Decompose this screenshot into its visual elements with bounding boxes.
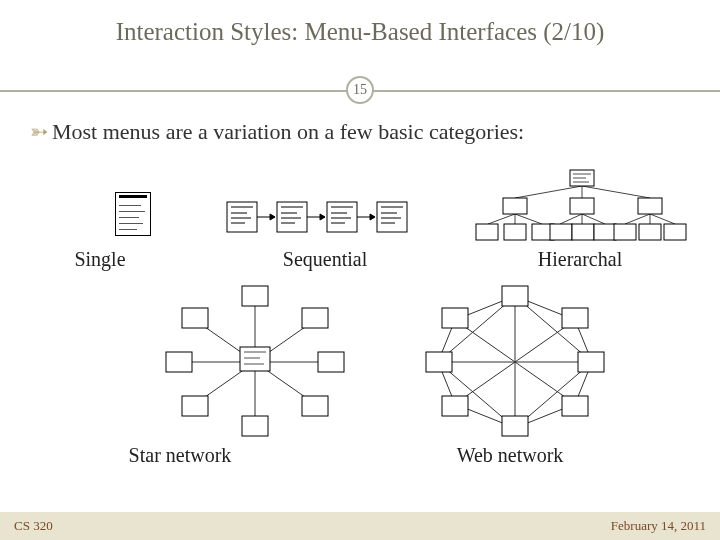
svg-marker-21 (270, 214, 275, 220)
svg-rect-64 (302, 308, 328, 328)
slide: Interaction Styles: Menu-Based Interface… (0, 0, 720, 540)
svg-rect-48 (614, 224, 636, 240)
svg-rect-95 (442, 396, 468, 416)
svg-line-26 (515, 186, 582, 198)
label-web: Web network (360, 444, 720, 467)
bullet-text: Most menus are a variation on a few basi… (52, 119, 524, 144)
row2-labels: Star network Web network (0, 444, 720, 467)
svg-rect-93 (562, 396, 588, 416)
page-number-badge: 15 (346, 76, 374, 104)
svg-rect-43 (504, 224, 526, 240)
slide-title: Interaction Styles: Menu-Based Interface… (0, 0, 720, 46)
svg-rect-91 (562, 308, 588, 328)
diagram-star (160, 282, 350, 442)
diagram-hierarchical (460, 168, 705, 246)
row1-labels: Single Sequential Hierarchal (0, 248, 720, 271)
svg-rect-47 (594, 224, 616, 240)
svg-rect-90 (502, 286, 528, 306)
svg-rect-46 (572, 224, 594, 240)
svg-rect-63 (242, 286, 268, 306)
svg-rect-96 (426, 352, 452, 372)
svg-line-31 (515, 214, 542, 224)
svg-marker-23 (320, 214, 325, 220)
svg-line-29 (488, 214, 515, 224)
svg-rect-67 (242, 416, 268, 436)
svg-line-37 (650, 214, 675, 224)
svg-rect-94 (502, 416, 528, 436)
footer: CS 320 February 14, 2011 (0, 512, 720, 540)
svg-rect-70 (182, 308, 208, 328)
svg-line-35 (625, 214, 650, 224)
diagram-sequential (225, 198, 435, 238)
label-single: Single (0, 248, 200, 271)
svg-rect-68 (182, 396, 208, 416)
svg-rect-62 (240, 347, 270, 371)
svg-line-32 (560, 214, 582, 224)
svg-rect-92 (578, 352, 604, 372)
svg-marker-25 (370, 214, 375, 220)
svg-rect-49 (639, 224, 661, 240)
bullet-icon: ➳ (30, 119, 48, 144)
svg-rect-41 (638, 198, 662, 214)
diagram-single (115, 192, 151, 236)
svg-rect-97 (442, 308, 468, 328)
svg-line-28 (582, 186, 650, 198)
svg-rect-42 (476, 224, 498, 240)
svg-rect-50 (664, 224, 686, 240)
svg-rect-39 (503, 198, 527, 214)
svg-line-34 (582, 214, 605, 224)
footer-course: CS 320 (14, 518, 53, 534)
svg-rect-69 (166, 352, 192, 372)
svg-rect-40 (570, 198, 594, 214)
label-hierarchical: Hierarchal (450, 248, 710, 271)
svg-rect-45 (550, 224, 572, 240)
svg-rect-66 (302, 396, 328, 416)
diagram-web (420, 282, 610, 442)
bullet-line: ➳Most menus are a variation on a few bas… (30, 118, 690, 147)
label-star: Star network (0, 444, 360, 467)
svg-rect-65 (318, 352, 344, 372)
label-sequential: Sequential (200, 248, 450, 271)
footer-date: February 14, 2011 (611, 518, 706, 534)
